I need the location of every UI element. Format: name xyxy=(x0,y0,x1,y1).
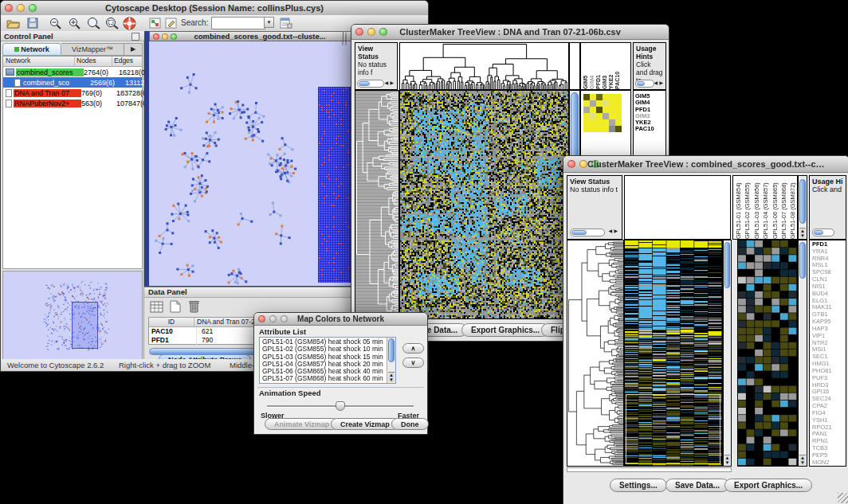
minimize-button[interactable] xyxy=(269,315,277,322)
close-button[interactable] xyxy=(355,28,363,36)
col-edges[interactable]: Edges xyxy=(112,57,142,66)
open-folder-icon[interactable] xyxy=(6,18,20,32)
scroll-right-icon[interactable]: ▶ xyxy=(614,227,619,235)
zoom-vscrollbar[interactable]: ▲▼ xyxy=(798,240,807,467)
resize-grip[interactable] xyxy=(838,493,848,503)
minimize-button[interactable] xyxy=(162,33,168,40)
gene-label[interactable]: GPI16 xyxy=(812,389,846,396)
gene-label[interactable]: HAP3 xyxy=(812,326,846,333)
attribute-list-item[interactable]: GPL51-06 (GSM865) heat shock 40 min xyxy=(262,368,395,375)
search-dropdown-button[interactable]: ▼ xyxy=(264,17,274,28)
attribute-list-item[interactable]: GPL51-03 (GSM856) heat shock 15 min xyxy=(262,354,395,361)
dialog-titlebar[interactable]: Map Colors to Network xyxy=(254,313,427,326)
column-labels-scrollbar[interactable]: ▲▼ xyxy=(798,175,807,240)
attribute-list-item[interactable]: GPL51-01 (GSM854) heat shock 05 min xyxy=(262,338,395,346)
row-dendrogram-canvas[interactable] xyxy=(355,91,398,318)
zoom-heatmap-canvas[interactable] xyxy=(738,240,797,466)
network-table-row[interactable]: combined_sco2569(6)13112(15) xyxy=(3,77,142,88)
animation-speed-slider[interactable] xyxy=(267,401,414,411)
gene-label[interactable]: KAP95 xyxy=(812,318,846,326)
gene-label[interactable]: MSL1 xyxy=(812,262,846,269)
close-button[interactable] xyxy=(153,33,159,40)
tab-network[interactable]: Network xyxy=(2,43,61,56)
gene-label[interactable]: FIG4 xyxy=(812,410,846,417)
new-document-icon[interactable] xyxy=(170,300,181,316)
search-input[interactable] xyxy=(211,17,265,29)
gene-label[interactable]: MAK31 xyxy=(812,304,846,311)
move-up-button[interactable]: ∧ xyxy=(402,343,424,354)
gene-label[interactable]: PAC10 xyxy=(635,126,665,132)
gene-label[interactable]: PUF3 xyxy=(812,375,846,382)
column-label[interactable]: GPL51-06 (GSM865) xyxy=(771,177,779,239)
view-status-scrollbar[interactable] xyxy=(570,229,605,236)
id-column-header[interactable]: ID xyxy=(149,318,194,326)
gene-label[interactable]: PHO81 xyxy=(812,368,846,375)
column-label[interactable]: GPL51-01 (GSM854) xyxy=(734,177,743,239)
treeview-dna-titlebar[interactable]: ClusterMaker TreeView : DNA and Tran 07-… xyxy=(351,25,669,40)
network-view-titlebar[interactable]: combined_scores_good.txt--cluste... xyxy=(149,31,344,41)
cytoscape-titlebar[interactable]: Cytoscape Desktop (Session Name: collins… xyxy=(1,1,428,16)
trash-icon[interactable] xyxy=(188,299,200,316)
usage-hints-scrollbar[interactable] xyxy=(812,229,834,236)
export-graphics-button[interactable]: Export Graphics... xyxy=(461,323,549,337)
network-editor-icon[interactable] xyxy=(149,18,161,32)
minimize-button[interactable] xyxy=(17,4,25,12)
gene-label[interactable]: GIM3 xyxy=(635,113,665,119)
gene-label[interactable]: GIM4 xyxy=(635,100,665,106)
network-overview-canvas[interactable] xyxy=(3,272,142,363)
float-panel-icon[interactable] xyxy=(132,33,139,41)
scroll-right-icon[interactable]: ▶ xyxy=(659,79,665,87)
gene-label[interactable]: SEC1 xyxy=(812,354,846,361)
gene-label[interactable]: RPN1 xyxy=(812,438,846,445)
column-label[interactable]: GPL51-02 (GSM855) xyxy=(743,177,752,239)
gene-label[interactable]: PFD1 xyxy=(635,107,665,113)
close-button[interactable] xyxy=(258,315,265,322)
gene-label[interactable]: BUD4 xyxy=(812,291,846,298)
gene-label[interactable]: ELG1 xyxy=(812,298,846,305)
global-vscrollbar[interactable]: ▲▼ xyxy=(723,240,732,467)
create-vizmap-button[interactable]: Create Vizmap xyxy=(331,418,399,430)
similarity-matrix[interactable] xyxy=(583,94,622,132)
attribute-list-item[interactable]: GPL51-04 (GSM857) heat shock 20 min xyxy=(262,361,395,368)
network-overview-panel[interactable] xyxy=(2,271,143,364)
gene-label[interactable]: YSH1 xyxy=(812,417,846,424)
tab-vizmapper[interactable]: VizMapper™ xyxy=(61,43,124,56)
gene-label[interactable]: CLN1 xyxy=(812,276,846,283)
export-graphics-button[interactable]: Export Graphics... xyxy=(724,479,812,492)
gene-label[interactable]: RNR4 xyxy=(812,256,846,263)
gene-label[interactable]: PFD1 xyxy=(812,241,846,248)
gene-label[interactable]: NIS1 xyxy=(812,283,846,291)
column-label[interactable]: GPL51-07 (GSM868) xyxy=(779,177,788,239)
selected-column-label[interactable]: GIM4 xyxy=(589,45,595,89)
gene-label[interactable]: GTB1 xyxy=(812,311,846,318)
global-heatmap-canvas[interactable] xyxy=(625,240,722,466)
move-down-button[interactable]: ∨ xyxy=(402,357,424,368)
attribute-list[interactable]: GPL51-01 (GSM854) heat shock 05 minGPL51… xyxy=(259,337,396,384)
done-button[interactable]: Done xyxy=(391,418,429,430)
slider-thumb[interactable] xyxy=(336,401,345,411)
animate-vizmap-button[interactable]: Animate Vizmap xyxy=(265,418,339,430)
scroll-left-icon[interactable]: ◀ xyxy=(608,227,614,235)
usage-hints-scrollbar[interactable] xyxy=(635,80,654,88)
column-label[interactable]: GPL51-04 (GSM857) xyxy=(761,177,770,239)
gene-label[interactable]: MON2 xyxy=(812,459,846,467)
gene-label[interactable]: YKE2 xyxy=(635,119,665,126)
gene-label[interactable]: YRA1 xyxy=(812,248,846,256)
gene-label[interactable]: NTR2 xyxy=(812,340,846,347)
column-dendrogram-canvas[interactable] xyxy=(400,43,568,89)
gene-label[interactable]: PEP5 xyxy=(812,452,846,459)
view-status-scrollbar[interactable] xyxy=(357,80,384,88)
global-hscrollbar[interactable] xyxy=(567,467,732,472)
selected-column-label[interactable]: YKE2 xyxy=(608,45,614,89)
gene-label[interactable]: GIM5 xyxy=(635,93,665,100)
gene-label[interactable]: MSI1 xyxy=(812,346,846,354)
selected-column-label[interactable]: GIM5 xyxy=(583,45,589,89)
column-label[interactable]: GPL51-03 (GSM856) xyxy=(752,177,761,239)
attribute-list-item[interactable]: GPL51-07 (GSM868) heat shock 60 min xyxy=(262,375,395,382)
minimize-button[interactable] xyxy=(579,160,587,168)
close-button[interactable] xyxy=(567,160,575,168)
column-label[interactable]: GPL51-08 (GSM872) xyxy=(788,177,797,239)
scroll-right-icon[interactable]: ▶ xyxy=(390,79,395,87)
selected-column-label[interactable]: GIM3 xyxy=(602,45,608,89)
gene-label[interactable]: SEC24 xyxy=(812,396,846,403)
